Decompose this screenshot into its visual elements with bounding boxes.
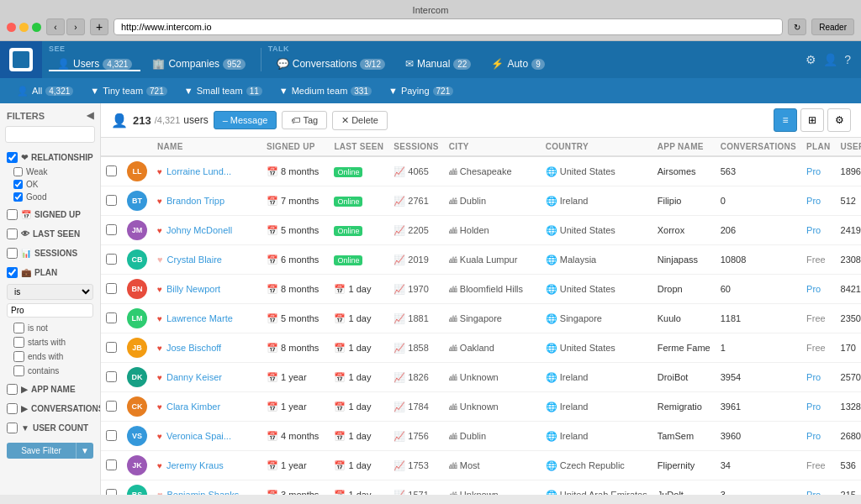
conversations-filter-title[interactable]: ▶ CONVERSATIONS [0,401,100,417]
search-input[interactable] [5,126,95,143]
user-count-number: 213 [133,114,151,127]
relationship-filter-title[interactable]: ❤ RELATIONSHIP [0,150,100,165]
avatar: JM [127,220,147,240]
save-filter-button[interactable]: Save Filter [7,443,76,459]
user-name[interactable]: Jeremy Kraus [166,460,224,470]
col-last-seen[interactable]: LAST SEEN [329,138,388,156]
ok-checkbox[interactable] [13,180,23,189]
row-checkbox-6[interactable] [106,342,117,353]
plan-isnot-checkbox[interactable] [13,323,24,333]
back-button[interactable]: ‹ [46,18,65,35]
col-conversations[interactable]: CONVERSATIONS [716,138,801,156]
col-sessions[interactable]: SESSIONS [388,138,444,156]
user-name[interactable]: Billy Newport [166,284,220,294]
manual-nav-item[interactable]: ✉ Manual 22 [397,58,479,71]
row-checkbox-4[interactable] [106,283,117,294]
address-bar[interactable]: http://www.intercom.io [114,18,783,35]
plan-condition-select[interactable]: is [7,284,93,300]
row-checkbox-1[interactable] [106,195,117,206]
table-row: VS ♥ Veronica Spai... 📅 4 months 📅 1 day… [101,422,861,451]
signed-up-checkbox[interactable] [7,209,18,220]
plan-value-field[interactable] [7,303,93,318]
list-view-button[interactable]: ≡ [774,108,797,132]
app-name-filter-title[interactable]: ▶ APP NAME [0,381,100,397]
col-user-count[interactable]: USER COUNT [836,138,861,156]
weak-checkbox[interactable] [13,167,23,176]
user-name[interactable]: Veronica Spai... [166,431,231,441]
row-checkbox-8[interactable] [106,401,117,412]
close-traffic-light[interactable] [7,23,16,32]
plan-contains-checkbox[interactable] [13,365,24,376]
row-checkbox-10[interactable] [106,459,117,470]
new-tab-button[interactable]: + [90,18,108,35]
auto-nav-item[interactable]: ⚡ Auto 9 [483,58,552,71]
sessions-checkbox[interactable] [7,248,18,259]
see-section: SEE 👤 Users 4,321 🏢 Companies 952 [42,41,261,78]
subnav-tiny[interactable]: ▼ Tiny team 721 [83,82,173,99]
plan-endswith-checkbox[interactable] [13,351,24,362]
subnav-all[interactable]: 👤 All 4,321 [10,82,80,100]
user-name[interactable]: Lawrence Marte [166,313,233,323]
user-name[interactable]: Clara Kimber [166,402,220,412]
signed-up-filter-title[interactable]: 📅 SIGNED UP [0,207,100,223]
row-checkbox-0[interactable] [106,165,117,176]
grid-view-button[interactable]: ⊞ [800,108,824,132]
good-checkbox[interactable] [13,192,23,202]
row-checkbox-7[interactable] [106,371,117,382]
help-icon[interactable]: ? [844,53,851,66]
subnav-small[interactable]: ▼ Small team 11 [177,82,269,99]
filter-weak: Weak [0,165,100,178]
delete-button[interactable]: ✕ Delete [332,111,388,130]
table-row: CK ♥ Clara Kimber 📅 1 year 📅 1 day 📈 178… [101,392,861,422]
plan-startswith-checkbox[interactable] [13,337,24,348]
user-name[interactable]: Johny McDonell [166,225,232,235]
relationship-checkbox[interactable] [7,152,18,163]
col-city[interactable]: CITY [444,138,541,156]
settings-view-button[interactable]: ⚙ [827,108,851,132]
plan-filter-title[interactable]: 💼 PLAN [0,265,100,281]
profile-icon[interactable]: 👤 [823,53,837,66]
forward-button[interactable]: › [66,18,85,35]
user-name[interactable]: Crystal Blaire [167,255,222,265]
companies-nav-item[interactable]: 🏢 Companies 952 [144,58,253,71]
refresh-button[interactable]: ↻ [788,18,806,35]
conversations-filter-checkbox[interactable] [7,403,18,414]
plan-checkbox[interactable] [7,267,18,278]
col-app-name[interactable]: APP NAME [652,138,716,156]
avatar: JK [127,455,147,475]
user-name[interactable]: Danny Keiser [166,372,222,382]
user-name[interactable]: Lorraine Lund... [166,166,231,176]
reader-button[interactable]: Reader [811,18,854,35]
user-name[interactable]: Brandon Tripp [166,196,224,206]
subnav-paying[interactable]: ▼ Paying 721 [382,82,460,99]
row-checkbox-2[interactable] [106,224,117,235]
user-name[interactable]: Jose Bischoff [166,343,221,353]
app-name-checkbox[interactable] [7,384,18,395]
col-plan[interactable]: PLAN [801,138,835,156]
minimize-traffic-light[interactable] [19,23,29,32]
sessions-filter-title[interactable]: 📊 SESSIONS [0,245,100,261]
settings-icon[interactable]: ⚙ [806,53,816,66]
row-checkbox-9[interactable] [106,430,117,441]
row-checkbox-3[interactable] [106,254,117,265]
message-button[interactable]: – Message [214,111,277,129]
col-country[interactable]: COUNTRY [541,138,652,156]
row-checkbox-11[interactable] [106,489,117,496]
tag-button[interactable]: 🏷 Tag [282,111,327,129]
browser-title: Intercom [7,5,854,15]
user-count-filter-title[interactable]: ▼ USER COUNT [0,420,100,436]
users-nav-item[interactable]: 👤 Users 4,321 [49,58,140,71]
conversations-nav-item[interactable]: 💬 Conversations 3/12 [268,58,394,71]
col-signed-up[interactable]: SIGNED UP [261,138,329,156]
last-seen-checkbox[interactable] [7,228,18,239]
user-count-checkbox[interactable] [7,423,18,433]
maximize-traffic-light[interactable] [32,23,41,32]
row-checkbox-5[interactable] [106,312,117,323]
sidebar-collapse-icon[interactable]: ◀ [87,110,93,121]
col-name[interactable]: NAME [152,138,261,156]
user-name[interactable]: Benjamin Shanks [167,490,240,495]
last-seen-filter-title[interactable]: 👁 LAST SEEN [0,226,100,242]
subnav-medium[interactable]: ▼ Medium team 331 [272,82,378,99]
save-filter-dropdown[interactable]: ▼ [76,443,93,459]
table-row: CB ♥ Crystal Blaire 📅 6 months Online 📈 … [101,245,861,275]
